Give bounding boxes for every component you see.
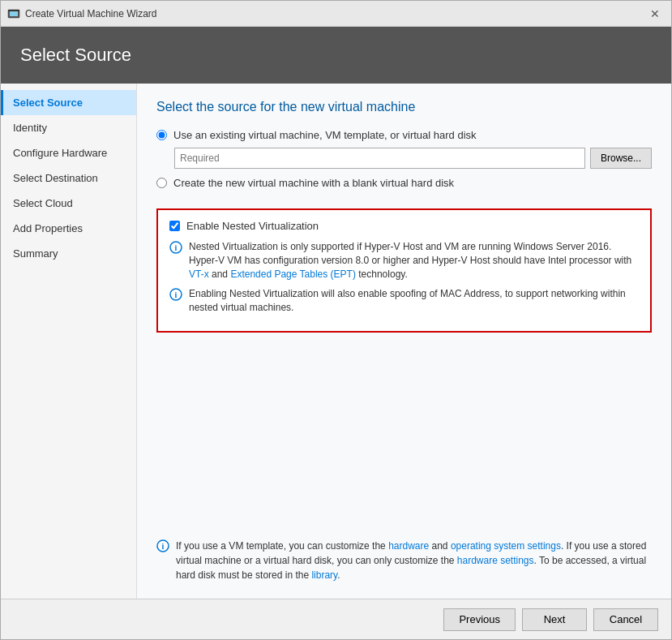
wizard-body: Select Source Identity Configure Hardwar… bbox=[1, 84, 671, 599]
main-inner: Select the source for the new virtual ma… bbox=[156, 100, 652, 582]
sidebar-item-configure-hardware[interactable]: Configure Hardware bbox=[1, 140, 136, 165]
radio-option2-label[interactable]: Create the new virtual machine with a bl… bbox=[173, 177, 454, 189]
wizard-header: Select Source bbox=[1, 27, 671, 84]
footer-info-row: i If you use a VM template, you can cust… bbox=[156, 539, 652, 582]
sidebar-item-select-destination[interactable]: Select Destination bbox=[1, 165, 136, 191]
hardware-link[interactable]: hardware bbox=[388, 540, 429, 552]
nested-virt-info1-text: Nested Virtualization is only supported … bbox=[189, 240, 639, 281]
sidebar-item-select-source[interactable]: Select Source bbox=[1, 90, 136, 115]
title-bar: Create Virtual Machine Wizard ✕ bbox=[1, 1, 671, 27]
radio-option1-row: Use an existing virtual machine, VM temp… bbox=[156, 129, 652, 141]
svg-rect-1 bbox=[10, 11, 18, 16]
svg-rect-2 bbox=[8, 10, 19, 11]
main-content: Select the source for the new virtual ma… bbox=[137, 84, 671, 599]
nested-virt-checkbox[interactable] bbox=[169, 221, 180, 231]
svg-text:i: i bbox=[175, 243, 178, 252]
nested-virt-info1-row: i Nested Virtualization is only supporte… bbox=[169, 240, 639, 281]
radio-blank-disk[interactable] bbox=[156, 178, 167, 188]
window-title: Create Virtual Machine Wizard bbox=[25, 8, 645, 19]
vt-x-link[interactable]: VT-x bbox=[189, 268, 209, 280]
browse-button[interactable]: Browse... bbox=[590, 148, 652, 169]
footer-info-text: If you use a VM template, you can custom… bbox=[176, 539, 652, 582]
info-icon-2: i bbox=[169, 288, 182, 301]
footer-info-section: i If you use a VM template, you can cust… bbox=[156, 526, 652, 582]
source-input-row: Browse... bbox=[174, 148, 652, 169]
nested-virt-info2-row: i Enabling Nested Virtualization will al… bbox=[169, 287, 639, 315]
nested-virt-label[interactable]: Enable Nested Virtualization bbox=[186, 220, 319, 232]
sidebar-item-identity[interactable]: Identity bbox=[1, 115, 136, 140]
source-input[interactable] bbox=[174, 148, 585, 169]
cancel-button[interactable]: Cancel bbox=[593, 608, 658, 631]
radio-option2-row: Create the new virtual machine with a bl… bbox=[156, 177, 652, 189]
main-window: Create Virtual Machine Wizard ✕ Select S… bbox=[0, 0, 672, 640]
previous-button[interactable]: Previous bbox=[443, 608, 516, 631]
wizard-footer: Previous Next Cancel bbox=[1, 599, 671, 639]
radio-option1-label[interactable]: Use an existing virtual machine, VM temp… bbox=[173, 129, 477, 141]
spacer bbox=[156, 346, 652, 526]
nested-virt-checkbox-row: Enable Nested Virtualization bbox=[169, 220, 639, 232]
sidebar-item-select-cloud[interactable]: Select Cloud bbox=[1, 191, 136, 216]
sidebar: Select Source Identity Configure Hardwar… bbox=[1, 84, 137, 599]
sidebar-item-summary[interactable]: Summary bbox=[1, 241, 136, 266]
window-icon bbox=[7, 7, 20, 20]
nested-virt-info2-text: Enabling Nested Virtualization will also… bbox=[189, 287, 639, 315]
svg-text:i: i bbox=[175, 290, 178, 299]
info-icon-1: i bbox=[169, 241, 182, 254]
wizard-header-title: Select Source bbox=[20, 45, 131, 66]
footer-info-icon: i bbox=[156, 539, 169, 552]
library-link[interactable]: library bbox=[311, 569, 337, 581]
next-button[interactable]: Next bbox=[522, 608, 587, 631]
sidebar-item-add-properties[interactable]: Add Properties bbox=[1, 216, 136, 241]
os-settings-link[interactable]: operating system settings bbox=[451, 540, 561, 552]
hardware-settings-link[interactable]: hardware settings bbox=[457, 555, 534, 566]
svg-text:i: i bbox=[162, 542, 165, 551]
close-button[interactable]: ✕ bbox=[645, 4, 665, 24]
radio-existing-vm[interactable] bbox=[156, 130, 167, 140]
nested-virtualization-box: Enable Nested Virtualization i Nested Vi… bbox=[156, 208, 652, 333]
ept-link[interactable]: Extended Page Tables (EPT) bbox=[230, 268, 356, 280]
main-title: Select the source for the new virtual ma… bbox=[156, 100, 652, 114]
